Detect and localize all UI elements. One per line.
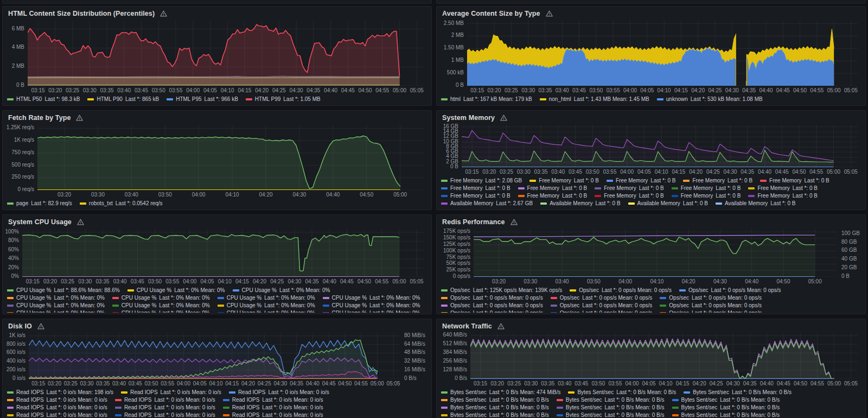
legend-item[interactable]: Bytes Sent/secLast *: 0 B/s Mean: 0 B/s <box>441 404 549 411</box>
legend-item[interactable]: Free MemoryLast *: 0 B <box>441 185 510 192</box>
panel-warning-icon[interactable] <box>160 10 167 17</box>
plot-area[interactable] <box>37 125 424 190</box>
panel-warning-icon[interactable] <box>76 115 83 121</box>
legend-item[interactable]: Read IOPSLast *: 0 io/s Mean: 198 io/s <box>7 389 113 396</box>
legend-item[interactable]: Free MemoryLast *: 0 B <box>595 185 664 192</box>
legend-item[interactable]: Free MemoryLast *: 0 B <box>607 177 676 185</box>
legend-item[interactable]: Free MemoryLast *: 0 B <box>683 177 752 185</box>
panel-warning-icon[interactable] <box>77 219 84 225</box>
legend-item[interactable]: CPU Usage %Last *: 0% Mean: 0% <box>233 287 330 294</box>
legend-item[interactable]: Ops/secLast *: 0 ops/s Mean: 0 ops/s <box>551 302 653 309</box>
plot-area[interactable] <box>474 229 837 277</box>
panel-warning-icon[interactable] <box>37 323 44 330</box>
plot-area[interactable] <box>29 333 400 379</box>
panel-title[interactable]: Average Content Size by Type <box>442 10 540 17</box>
plot-area[interactable] <box>462 125 858 167</box>
legend-item[interactable]: CPU Usage %Last *: 0% Mean: 0% <box>218 294 315 302</box>
legend-item[interactable]: non_htmlLast *: 1.43 MB Mean: 1.45 MB <box>540 96 649 103</box>
legend-item[interactable]: unknownLast *: 530 kB Mean: 1.08 MB <box>657 96 763 103</box>
legend-item[interactable]: Read IOPSLast *: 0 io/s Mean: 0 io/s <box>115 411 215 417</box>
legend-item[interactable]: CPU Usage %Last *: 0% Mean: 0% <box>218 309 315 313</box>
panel-warning-icon[interactable] <box>510 219 518 225</box>
legend-item[interactable]: HTML P90Last *: 865 kB <box>87 96 159 103</box>
panel-title[interactable]: Network Traffic <box>442 322 492 330</box>
plot-area[interactable] <box>22 229 424 277</box>
legend-item[interactable]: Ops/secLast *: 0 ops/s Mean: 0 ops/s <box>551 294 653 302</box>
legend-item[interactable]: Ops/secLast *: 0 ops/s Mean: 0 ops/s <box>660 309 762 313</box>
legend-item[interactable]: Available MemoryLast *: 0 B <box>616 207 696 208</box>
legend-item[interactable]: Free MemoryLast *: 0 B <box>760 177 829 185</box>
legend-item[interactable]: Ops/secLast *: 0 ops/s Mean: 0 ops/s <box>660 302 762 309</box>
legend-item[interactable]: Free MemoryLast *: 0 B <box>595 192 664 200</box>
legend-item[interactable]: Read IOPSLast *: 0 io/s Mean: 0 io/s <box>115 396 215 404</box>
legend-item[interactable]: Read IOPSLast *: 0 io/s Mean: 0 io/s <box>7 396 107 404</box>
legend-item[interactable]: Free MemoryLast *: 0 B <box>441 192 510 200</box>
legend-item[interactable]: Bytes Sent/secLast *: 0 B/s Mean: 0 B/s <box>441 396 549 404</box>
plot-area[interactable] <box>467 21 858 86</box>
legend-item[interactable]: Bytes Sent/secLast *: 0 B/s Mean: 0 B/s <box>672 411 780 417</box>
legend-item[interactable]: Bytes Sent/secLast *: 0 B/s Mean: 0 B/s <box>441 411 549 417</box>
legend-item[interactable]: Bytes Sent/secLast *: 0 B/s Mean: 0 B/s <box>672 396 780 404</box>
legend-item[interactable]: CPU Usage %Last *: 0% Mean: 0% <box>7 309 105 313</box>
legend-item[interactable]: Read IOPSLast *: 0 io/s Mean: 0 io/s <box>115 404 215 411</box>
legend-item[interactable]: Read IOPSLast *: 0 io/s Mean: 0 io/s <box>229 389 329 396</box>
panel-title[interactable]: Disk IO <box>8 322 32 330</box>
legend-item[interactable]: Bytes Sent/secLast *: 0 B/s Mean: 0 B/s <box>557 396 665 404</box>
panel-warning-icon[interactable] <box>497 323 505 330</box>
legend-item[interactable]: Ops/secLast *: 0 ops/s Mean: 0 ops/s <box>570 287 672 294</box>
legend-item[interactable]: Available MemoryLast *: 0 B <box>441 207 521 208</box>
legend-item[interactable]: Ops/secLast *: 0 ops/s Mean: 0 ops/s <box>441 302 543 309</box>
panel-title[interactable]: Fetch Rate by Type <box>8 114 71 122</box>
panel-title[interactable]: System Memory <box>442 114 495 122</box>
legend-item[interactable]: CPU Usage %Last *: 0% Mean: 0% <box>127 287 225 294</box>
legend-item[interactable]: Bytes Sent/secLast *: 0 B/s Mean: 0 B/s <box>557 404 665 411</box>
legend-item[interactable]: CPU Usage %Last *: 0% Mean: 0% <box>112 294 210 302</box>
legend-item[interactable]: CPU Usage %Last *: 0% Mean: 0% <box>7 302 105 309</box>
legend-item[interactable]: Bytes Sent/secLast *: 0 B/s Mean: 474 Mi… <box>441 389 560 396</box>
legend-item[interactable]: Free MemoryLast *: 0 B <box>672 185 741 192</box>
legend-item[interactable]: CPU Usage %Last *: 0% Mean: 0% <box>112 302 210 309</box>
legend-item[interactable]: Ops/secLast *: 0 ops/s Mean: 0 ops/s <box>551 309 653 313</box>
legend-item[interactable]: Bytes Sent/secLast *: 0 B/s Mean: 0 B/s <box>672 404 780 411</box>
legend-item[interactable]: CPU Usage %Last *: 0% Mean: 0% <box>323 309 420 313</box>
legend-item[interactable]: CPU Usage %Last *: 0% Mean: 0% <box>323 294 420 302</box>
legend-item[interactable]: Ops/secLast *: 0 ops/s Mean: 0 ops/s <box>660 294 762 302</box>
legend-item[interactable]: Free MemoryLast *: 0 B <box>518 185 588 192</box>
panel-warning-icon[interactable] <box>546 10 553 17</box>
legend-item[interactable]: Bytes Sent/secLast *: 0 B/s Mean: 0 B/s <box>684 389 792 396</box>
panel-title[interactable]: Redis Performance <box>442 218 505 226</box>
legend-item[interactable]: Read IOPSLast *: 0 io/s Mean: 0 io/s <box>223 396 323 404</box>
legend-item[interactable]: Read IOPSLast *: 0 io/s Mean: 0 io/s <box>223 404 323 411</box>
legend-item[interactable]: Ops/secLast *: 0 ops/s Mean: 0 ops/s <box>441 309 543 313</box>
legend-item[interactable]: Read IOPSLast *: 0 io/s Mean: 0 io/s <box>7 411 107 417</box>
legend-item[interactable]: Ops/secLast *: 0 ops/s Mean: 0 ops/s <box>441 294 543 302</box>
legend-item[interactable]: pageLast *: 82.9 req/s <box>7 200 72 207</box>
legend-item[interactable]: Free MemoryLast *: 2.08 GB <box>441 177 522 185</box>
panel-title[interactable]: HTML Content Size Distribution (Percenti… <box>8 10 155 17</box>
legend-item[interactable]: Free MemoryLast *: 0 B <box>748 192 818 200</box>
legend-item[interactable]: htmlLast *: 167 kB Mean: 179 kB <box>441 96 532 103</box>
legend-item[interactable]: Available MemoryLast *: 0 B <box>628 200 708 207</box>
legend-item[interactable]: Bytes Sent/secLast *: 0 B/s Mean: 0 B/s <box>568 389 676 396</box>
legend-item[interactable]: robots_txtLast *: 0.0542 req/s <box>80 200 163 207</box>
legend-item[interactable]: Available MemoryLast *: 0 B <box>540 200 620 207</box>
panel-title[interactable]: System CPU Usage <box>8 218 72 226</box>
plot-area[interactable] <box>28 21 424 86</box>
legend-item[interactable]: CPU Usage %Last *: 88.6% Mean: 88.6% <box>7 287 120 294</box>
legend-item[interactable]: HTML P95Last *: 966 kB <box>167 96 238 103</box>
panel-warning-icon[interactable] <box>500 115 507 121</box>
legend-item[interactable]: CPU Usage %Last *: 0% Mean: 0% <box>112 309 210 313</box>
legend-item[interactable]: Free MemoryLast *: 0 B <box>529 177 599 185</box>
legend-item[interactable]: Free MemoryLast *: 0 B <box>672 192 741 200</box>
legend-item[interactable]: Available MemoryLast *: 0 B <box>704 207 783 208</box>
legend-item[interactable]: CPU Usage %Last *: 0% Mean: 0% <box>218 302 315 309</box>
legend-item[interactable]: Available MemoryLast *: 0 B <box>528 207 608 208</box>
legend-item[interactable]: Available MemoryLast *: 0 B <box>716 200 795 207</box>
legend-item[interactable]: HTML P99Last *: 1.05 MB <box>246 96 321 103</box>
legend-item[interactable]: HTML P50Last *: 98.3 kB <box>7 96 80 103</box>
legend-item[interactable]: Free MemoryLast *: 0 B <box>748 185 818 192</box>
legend-item[interactable]: Ops/secLast *: 0 ops/s Mean: 0 ops/s <box>679 287 781 294</box>
plot-area[interactable] <box>470 333 858 379</box>
legend-item[interactable]: Bytes Sent/secLast *: 0 B/s Mean: 0 B/s <box>557 411 665 417</box>
legend-item[interactable]: Read IOPSLast *: 0 io/s Mean: 0 io/s <box>223 411 323 417</box>
